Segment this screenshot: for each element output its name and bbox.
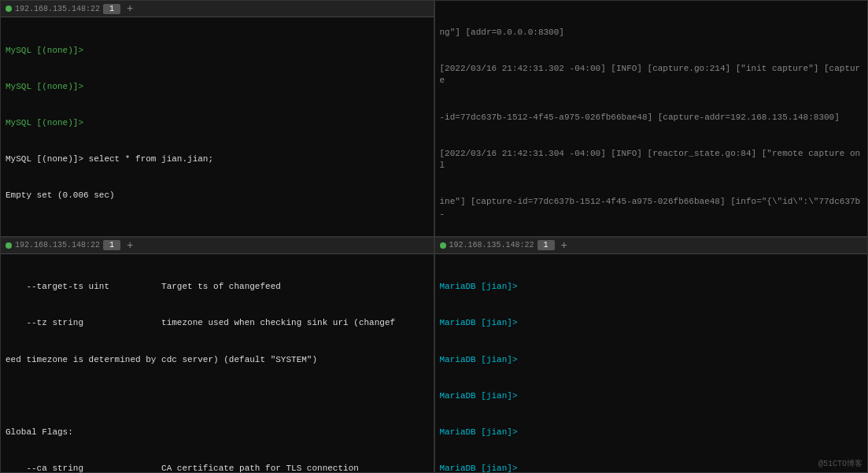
term-line: ine"] [capture-id=77dc637b-1512-4f45-a97… [440,196,863,220]
ip-label-top-left: 192.168.135.148:22 [15,5,100,13]
terminal-content-top-right: ng"] [addr=0.0.0.0:8300] [2022/03/16 21:… [435,1,868,236]
pane-bottom-right: 192.168.135.148:22 1 + MariaDB [jian]> M… [434,237,869,474]
add-tab-bottom-left[interactable]: + [124,239,136,252]
terminal-grid: 192.168.135.148:22 1 + MySQL [(none)]> M… [0,0,868,473]
pane-top-left: 192.168.135.148:22 1 + MySQL [(none)]> M… [0,0,434,237]
pane-bottom-left: 192.168.135.148:22 1 + --target-ts uint … [0,237,434,474]
terminal-content-top-left: MySQL [(none)]> MySQL [(none)]> MySQL [(… [1,17,434,236]
tab-bottom-left[interactable]: 1 [103,240,120,250]
term-line: MariaDB [jian]> [440,463,863,472]
pane-top-right: ng"] [addr=0.0.0.0:8300] [2022/03/16 21:… [434,0,869,237]
term-line: MariaDB [jian]> [440,427,863,438]
term-line: MariaDB [jian]> [440,390,863,402]
term-line: MySQL [(none)]> [6,81,429,93]
term-line: MariaDB [jian]> [440,317,863,329]
term-line: -id=77dc637b-1512-4f45-a975-026fb66bae48… [440,112,863,124]
tab-top-left[interactable]: 1 [103,4,120,14]
term-line: [2022/03/16 21:42:31.304 -04:00] [INFO] … [440,148,863,172]
pane-header-bottom-left: 192.168.135.148:22 1 + [1,238,434,254]
term-line: [2022/03/16 21:42:31.302 -04:00] [INFO] … [440,63,863,87]
term-line: MariaDB [jian]> [440,354,863,366]
term-line: eed timezone is determined by cdc server… [6,354,429,366]
terminal-content-bottom-right: MariaDB [jian]> MariaDB [jian]> MariaDB … [435,254,868,473]
pane-header-bottom-right: 192.168.135.148:22 1 + [435,238,868,254]
ip-label-bottom-left: 192.168.135.148:22 [15,241,100,249]
term-line [6,390,429,402]
term-line: --ca string CA certificate path for TLS … [6,463,429,472]
term-line: ng"] [addr=0.0.0.0:8300] [440,27,863,39]
term-line: Global Flags: [6,427,429,438]
terminal-content-bottom-left: --target-ts uint Target ts of changefeed… [1,254,434,473]
connection-indicator [6,6,12,12]
ip-label-bottom-right: 192.168.135.148:22 [449,241,534,249]
connection-indicator-br [440,242,446,249]
term-line: MySQL [(none)]> [6,45,429,57]
term-line: MySQL [(none)]> select * from jian.jian; [6,153,429,165]
term-line: --target-ts uint Target ts of changefeed [6,281,429,293]
add-tab-top-left[interactable]: + [124,2,136,15]
tab-bottom-right[interactable]: 1 [537,240,555,250]
add-tab-bottom-right[interactable]: + [558,239,571,252]
term-line: Empty set (0.006 sec) [6,190,429,201]
term-line: MariaDB [jian]> [440,281,863,293]
term-line: --tz string timezone used when checking … [6,317,429,329]
term-line: MySQL [(none)]> [6,117,429,129]
connection-indicator-bl [6,242,12,249]
watermark: @51CTO博客 [818,458,862,469]
term-line [6,227,429,236]
pane-header-top-left: 192.168.135.148:22 1 + [1,1,434,17]
